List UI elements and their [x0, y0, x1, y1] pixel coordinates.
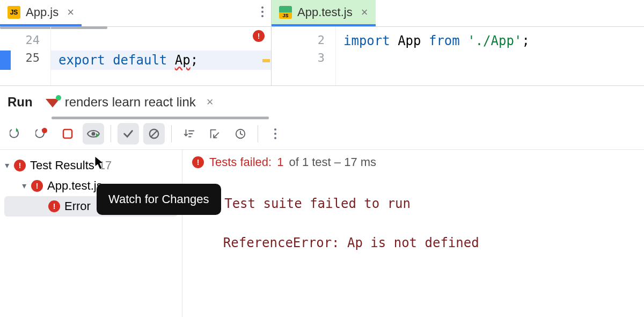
close-icon[interactable]: × — [361, 5, 368, 19]
fail-badge-icon: ! — [192, 156, 204, 168]
code-lines-right[interactable]: import App from './App'; — [336, 27, 644, 85]
rerun-failed-button[interactable] — [31, 123, 53, 145]
more-options-button[interactable] — [265, 123, 286, 145]
tab-label: App.test.js — [297, 5, 353, 19]
tab-app-test-js[interactable]: JS App.test.js × — [272, 0, 376, 26]
test-output-body: ● Test suite failed to run ReferenceErro… — [192, 194, 634, 250]
kebab-menu-icon[interactable] — [261, 6, 264, 17]
keyword-export: export — [58, 53, 105, 68]
tests-failed-summary: ! Tests failed: 1 of 1 test – 17 ms — [192, 155, 634, 169]
tabbar-right: JS App.test.js × — [272, 0, 644, 27]
history-button[interactable] — [230, 123, 251, 145]
show-passed-button[interactable] — [118, 123, 139, 145]
close-icon[interactable]: × — [207, 95, 214, 109]
semicolon: ; — [191, 53, 198, 68]
tree-error-label: Error — [64, 199, 91, 213]
keyword-import: import — [343, 33, 390, 48]
editor-pane-left: JS App.js × 24 25 export default Ap; ! — [0, 0, 272, 85]
close-icon[interactable]: × — [67, 5, 74, 19]
suite-failed-line: ● Test suite failed to run — [192, 194, 634, 212]
mouse-cursor-icon — [94, 156, 105, 170]
import-results-button[interactable] — [204, 123, 225, 145]
tests-failed-rest: of 1 test – 17 ms — [289, 155, 376, 169]
suite-failed-text: Test suite failed to run — [224, 196, 411, 211]
test-output[interactable]: ! Tests failed: 1 of 1 test – 17 ms ● Te… — [182, 150, 644, 317]
test-tree[interactable]: ▸ ! Test Results 17 ▸ ! App.test.js ! Er… — [0, 150, 182, 317]
warning-marker[interactable] — [262, 59, 270, 62]
code-line[interactable]: export default Ap; — [51, 51, 271, 70]
code-area-left[interactable]: 24 25 export default Ap; ! — [0, 27, 271, 85]
svg-point-0 — [42, 128, 47, 133]
jstest-file-icon: JS — [279, 6, 292, 19]
error-detail-line: ReferenceError: Ap is not defined — [192, 235, 634, 250]
fail-badge-icon: ! — [31, 180, 43, 192]
toolbar-divider — [111, 125, 111, 142]
run-tab-scrollbar[interactable] — [52, 117, 269, 119]
identifier: App — [398, 33, 421, 48]
tab-app-js[interactable]: JS App.js × — [0, 0, 82, 26]
tree-root-row[interactable]: ▸ ! Test Results 17 — [0, 155, 182, 176]
rerun-button[interactable] — [5, 123, 27, 145]
line-number: 2 — [272, 31, 335, 49]
run-config-tab[interactable]: renders learn react link × — [46, 86, 214, 118]
svg-point-2 — [92, 132, 96, 136]
tests-failed-count: 1 — [277, 155, 283, 169]
tree-file-label: App.test.js — [47, 179, 103, 193]
keyword-default: default — [113, 53, 167, 68]
show-ignored-button[interactable] — [143, 123, 165, 145]
tests-failed-prefix: Tests failed: — [209, 155, 272, 169]
tabbar-left: JS App.js × — [0, 0, 271, 27]
editor-split: JS App.js × 24 25 export default Ap; ! — [0, 0, 644, 86]
fail-badge-icon: ! — [14, 160, 26, 171]
js-file-icon: JS — [8, 6, 20, 19]
code-line[interactable] — [336, 51, 644, 70]
tooltip: Watch for Changes — [97, 184, 221, 215]
gutter-right: 2 3 — [272, 27, 336, 85]
svg-line-4 — [151, 131, 157, 137]
error-gutter-icon[interactable]: ! — [253, 30, 265, 42]
svg-rect-1 — [63, 129, 72, 138]
run-toolbar — [0, 118, 644, 149]
run-config-label: renders learn react link — [65, 95, 196, 110]
fail-badge-icon: ! — [48, 200, 60, 212]
run-header: Run renders learn react link × — [0, 86, 644, 118]
code-area-right[interactable]: 2 3 import App from './App'; — [272, 27, 644, 85]
tab-label: App.js — [26, 5, 58, 19]
chevron-down-icon[interactable]: ▸ — [3, 163, 13, 168]
line-number: 3 — [272, 49, 335, 67]
watch-for-changes-button[interactable] — [83, 123, 104, 145]
gutter-left: 24 25 — [0, 27, 51, 85]
sort-button[interactable] — [178, 123, 200, 145]
semicolon: ; — [522, 33, 529, 48]
run-panel-label[interactable]: Run — [8, 95, 33, 110]
code-line[interactable]: import App from './App'; — [336, 31, 644, 51]
marker-strip[interactable] — [261, 54, 271, 85]
jest-icon — [46, 97, 60, 107]
stop-button[interactable] — [57, 123, 78, 145]
caret-line-marker — [0, 51, 11, 70]
code-line[interactable] — [51, 31, 271, 51]
run-body: ▸ ! Test Results 17 ▸ ! App.test.js ! Er… — [0, 149, 644, 317]
code-lines-left[interactable]: export default Ap; — [51, 27, 271, 85]
toolbar-divider — [258, 125, 258, 142]
editor-pane-right: JS App.test.js × 2 3 import App from './… — [272, 0, 644, 85]
line-number: 24 — [0, 31, 50, 49]
tree-root-label: Test Results — [30, 158, 94, 172]
toolbar-divider — [171, 125, 172, 142]
keyword-from: from — [429, 33, 460, 48]
chevron-down-icon[interactable]: ▸ — [20, 184, 30, 188]
string-literal: './App' — [467, 33, 522, 48]
identifier-error: Ap — [175, 53, 191, 68]
